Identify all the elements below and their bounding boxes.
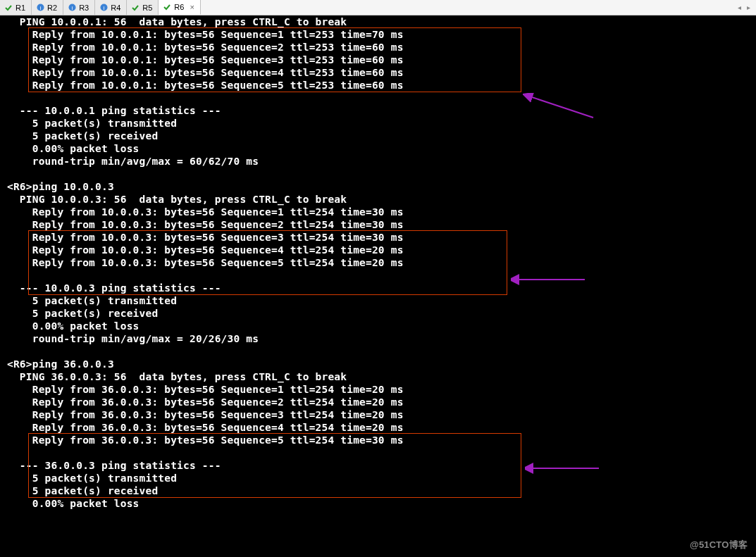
- tab-label: R4: [111, 4, 120, 12]
- info-icon: i: [68, 4, 76, 12]
- terminal-output[interactable]: PING 10.0.0.1: 56 data bytes, press CTRL…: [0, 15, 756, 557]
- close-icon[interactable]: ×: [190, 3, 194, 11]
- svg-text:i: i: [39, 5, 41, 11]
- tab-label: R5: [142, 4, 152, 12]
- tab-label: R3: [79, 4, 89, 12]
- terminal-text: PING 10.0.0.1: 56 data bytes, press CTRL…: [7, 15, 756, 510]
- tab-nav: ◂ ▸: [738, 4, 756, 11]
- info-icon: i: [36, 4, 44, 12]
- check-icon: [163, 3, 171, 11]
- info-icon: i: [99, 4, 108, 12]
- tab-r1[interactable]: R1: [0, 0, 32, 15]
- svg-text:i: i: [71, 5, 73, 11]
- tab-label: R2: [47, 4, 57, 12]
- check-icon: [4, 4, 13, 12]
- tab-bar: R1 i R2 i R3 i R4 R5 R6 × ◂ ▸: [0, 0, 756, 15]
- tab-r2[interactable]: i R2: [32, 0, 63, 15]
- tab-nav-left[interactable]: ◂: [738, 4, 741, 11]
- tab-label: R1: [16, 4, 25, 12]
- svg-text:i: i: [103, 5, 104, 11]
- watermark: @51CTO博客: [690, 539, 748, 551]
- tab-r4[interactable]: i R4: [95, 0, 127, 15]
- check-icon: [131, 4, 140, 12]
- tab-r6[interactable]: R6 ×: [159, 0, 201, 15]
- tab-r3[interactable]: i R3: [63, 0, 95, 15]
- tab-r5[interactable]: R5: [127, 0, 159, 15]
- tab-nav-right[interactable]: ▸: [747, 4, 750, 11]
- tab-label: R6: [174, 3, 184, 11]
